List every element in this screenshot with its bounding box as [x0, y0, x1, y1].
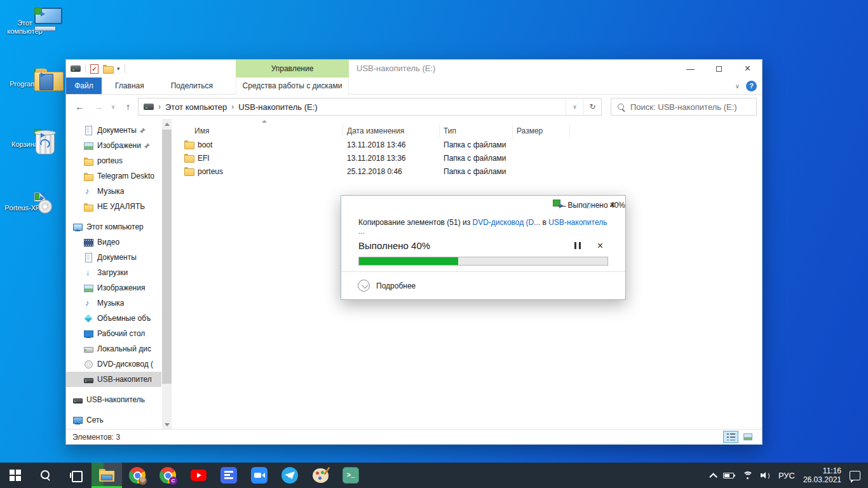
sidebar-item-network[interactable]: Сеть [66, 412, 161, 428]
taskbar-paint-button[interactable] [305, 463, 336, 488]
sidebar-item-3d-objects[interactable]: Объемные объ [66, 311, 161, 326]
tab-share[interactable]: Поделиться [158, 78, 226, 94]
crumb-this-pc[interactable]: Этот компьютер [165, 102, 227, 112]
recent-locations-icon[interactable]: ∨ [108, 98, 118, 115]
tab-disk-tools[interactable]: Средства работы с дисками [236, 78, 349, 95]
taskbar: C >_ РУС 11:16 26.03.2021 [0, 463, 868, 488]
new-folder-icon[interactable] [103, 65, 112, 72]
crumb-separator: › [231, 102, 234, 111]
folder-icon [34, 69, 45, 78]
properties-check-icon[interactable]: ✓ [90, 64, 98, 74]
qat-dropdown-icon[interactable]: ▾ [117, 65, 120, 72]
search-box[interactable] [611, 98, 757, 116]
dialog-minimize-button[interactable]: — [549, 196, 574, 215]
file-row-efi[interactable]: EFI 13.11.2018 13:36 Папка с файлами [180, 151, 762, 165]
start-button[interactable] [0, 463, 31, 488]
source-link[interactable]: DVD-дисковод (D... [473, 218, 541, 227]
taskbar-notes-button[interactable] [214, 463, 244, 488]
breadcrumb[interactable]: › Этот компьютер › USB-накопитель (E:) ∨… [138, 98, 602, 116]
crumb-usb-drive[interactable]: USB-накопитель (E:) [238, 102, 317, 112]
details-view-button[interactable] [723, 431, 738, 443]
dialog-close-button[interactable]: × [600, 196, 625, 215]
pause-button[interactable] [574, 242, 581, 249]
task-view-button[interactable] [61, 463, 92, 488]
tab-home[interactable]: Главная [102, 78, 158, 94]
language-indicator[interactable]: РУС [778, 471, 795, 480]
local-disk-icon [83, 344, 93, 354]
address-dropdown-icon[interactable]: ∨ [566, 98, 583, 115]
column-header-type[interactable]: Тип [440, 124, 513, 138]
help-button[interactable]: ? [746, 81, 757, 92]
clock[interactable]: 11:16 26.03.2021 [803, 466, 841, 484]
taskbar-search-button[interactable] [31, 463, 61, 488]
sidebar-item-music-quick[interactable]: Музыка [66, 184, 161, 199]
file-row-boot[interactable]: boot 13.11.2018 13:46 Папка с файлами [180, 138, 762, 151]
column-header-date[interactable]: Дата изменения [343, 124, 440, 138]
sidebar-item-ne-udalyat[interactable]: НЕ УДАЛЯТЬ [66, 199, 161, 214]
details-label[interactable]: Подробнее [376, 281, 416, 290]
scrollbar-thumb[interactable] [162, 130, 172, 384]
taskbar-youtube-button[interactable] [183, 463, 214, 488]
scroll-down-icon[interactable] [165, 423, 170, 426]
column-header-name[interactable]: Имя [180, 124, 343, 138]
dialog-footer: Подробнее [341, 271, 625, 299]
sidebar-item-downloads[interactable]: Загрузки [66, 265, 161, 280]
cancel-copy-button[interactable]: × [597, 242, 603, 249]
back-button[interactable]: ← [71, 98, 88, 115]
taskbar-chrome-2-button[interactable]: C [153, 463, 183, 488]
sidebar-item-desktop[interactable]: Рабочий стол [66, 326, 161, 341]
sidebar-item-pictures[interactable]: Изображения [66, 280, 161, 295]
windows-logo-icon [10, 470, 21, 481]
scroll-up-icon[interactable] [165, 123, 170, 126]
desktop-icon-porteus-iso[interactable]: Porteus-XF... [0, 193, 50, 212]
folder-icon [83, 171, 93, 181]
sidebar-item-usb-drive[interactable]: USB-накопитель [66, 392, 161, 407]
desktop-icon-this-pc[interactable]: Этот компьютер [0, 8, 50, 36]
3d-objects-icon [83, 313, 93, 323]
sidebar-item-porteus[interactable]: porteus [66, 153, 161, 168]
minimize-button[interactable]: — [676, 60, 705, 78]
taskbar-explorer-button[interactable] [92, 463, 122, 488]
battery-icon[interactable] [723, 473, 734, 478]
thumbnails-view-button[interactable] [740, 431, 756, 443]
close-button[interactable]: × [733, 60, 762, 78]
forward-button[interactable]: → [90, 98, 107, 115]
volume-icon[interactable] [761, 471, 770, 479]
usb-drive-icon[interactable] [71, 65, 81, 72]
taskbar-zoom-button[interactable] [244, 463, 275, 488]
desktop-icon-programs[interactable]: Programs [0, 69, 50, 88]
refresh-icon[interactable]: ↻ [583, 98, 601, 115]
downloads-icon [83, 268, 93, 278]
desktop-icon-recycle-bin[interactable]: Корзина [0, 129, 50, 149]
contextual-group-manage[interactable]: Управление [236, 60, 349, 78]
ribbon-tabs: Файл Главная Поделиться Вид Средства раб… [66, 78, 762, 95]
taskbar-terminal-button[interactable]: >_ [336, 463, 366, 488]
sort-ascending-icon [262, 120, 267, 123]
ribbon-expand-icon[interactable]: ∨ [735, 83, 740, 90]
wifi-icon[interactable] [742, 471, 752, 480]
sidebar-item-this-pc[interactable]: Этот компьютер [66, 219, 161, 234]
taskbar-chrome-1-button[interactable] [122, 463, 153, 488]
tab-file[interactable]: Файл [66, 78, 102, 94]
dialog-maximize-button [574, 196, 600, 215]
details-expand-icon[interactable] [358, 280, 370, 292]
sidebar-scrollbar[interactable] [162, 119, 172, 430]
action-center-icon[interactable] [850, 471, 860, 480]
address-bar: ← → ∨ ↑ › Этот компьютер › USB-накопител… [66, 95, 762, 119]
maximize-button[interactable] [705, 60, 733, 78]
sidebar-item-local-disk[interactable]: Локальный дис [66, 341, 161, 356]
sidebar-item-telegram-desktop[interactable]: Telegram Deskto [66, 168, 161, 184]
search-input[interactable] [630, 102, 750, 112]
file-row-porteus[interactable]: porteus 25.12.2018 0:46 Папка с файлами [180, 165, 762, 178]
sidebar-item-documents-pinned[interactable]: Документы [66, 123, 161, 138]
sidebar-item-videos[interactable]: Видео [66, 234, 161, 250]
sidebar-item-pictures-pinned[interactable]: Изображени [66, 138, 161, 153]
hidden-icons-chevron[interactable] [709, 473, 717, 481]
up-button[interactable]: ↑ [119, 98, 137, 115]
sidebar-item-documents[interactable]: Документы [66, 250, 161, 265]
sidebar-item-music[interactable]: Музыка [66, 295, 161, 311]
sidebar-item-usb-drive-selected[interactable]: USB-накопител [66, 372, 161, 387]
column-header-size[interactable]: Размер [513, 124, 570, 138]
taskbar-telegram-button[interactable] [275, 463, 305, 488]
sidebar-item-dvd-drive[interactable]: DVD-дисковод ( [66, 356, 161, 372]
